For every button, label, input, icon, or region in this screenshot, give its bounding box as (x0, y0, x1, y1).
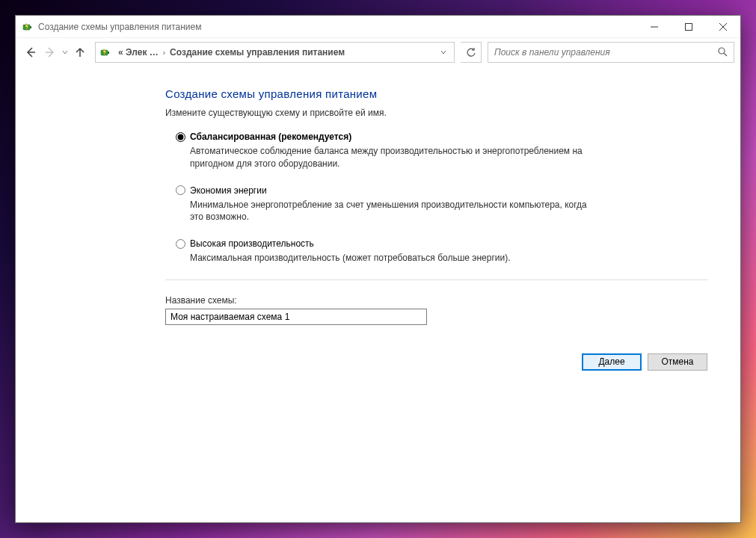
radio-perf[interactable] (176, 239, 185, 249)
nav-dropdown-icon[interactable] (62, 47, 68, 58)
scheme-name-input[interactable] (165, 309, 427, 325)
breadcrumb-power[interactable]: « Элек … (115, 47, 162, 58)
svg-line-12 (724, 53, 727, 56)
breadcrumb-current[interactable]: Создание схемы управления питанием (167, 47, 348, 58)
svg-point-11 (719, 48, 725, 54)
breadcrumb-icon (99, 46, 112, 59)
back-button[interactable] (22, 43, 40, 61)
maximize-button[interactable] (672, 16, 706, 38)
label-perf[interactable]: Высокая производительность (190, 238, 314, 249)
desc-balanced: Автоматическое соблюдение баланса между … (190, 145, 594, 170)
window-controls (637, 16, 740, 38)
svg-rect-3 (686, 23, 692, 30)
radio-saver[interactable] (176, 185, 185, 195)
label-balanced[interactable]: Сбалансированная (рекомендуется) (190, 132, 351, 142)
option-balanced: Сбалансированная (рекомендуется) Автомат… (165, 132, 718, 170)
refresh-button[interactable] (461, 42, 482, 63)
divider (165, 279, 707, 280)
power-plan-icon (22, 21, 34, 33)
label-saver[interactable]: Экономия энергии (190, 185, 267, 196)
search-box[interactable] (488, 42, 734, 63)
radio-balanced[interactable] (176, 132, 185, 142)
scheme-name-label: Название схемы: (165, 295, 718, 306)
address-bar[interactable]: « Элек … › Создание схемы управления пит… (95, 42, 455, 63)
address-dropdown-icon[interactable] (436, 49, 451, 57)
page-subtitle: Измените существующую схему и присвойте … (165, 108, 718, 118)
forward-button (41, 43, 59, 61)
next-button[interactable]: Далее (582, 353, 642, 371)
search-icon[interactable] (717, 46, 728, 59)
up-button[interactable] (71, 43, 89, 61)
desc-perf: Максимальная производительность (может п… (190, 252, 594, 265)
option-saver: Экономия энергии Минимальное энергопотре… (165, 185, 718, 224)
page-title: Создание схемы управления питанием (165, 87, 718, 100)
content-area: Создание схемы управления питанием Измен… (16, 67, 740, 522)
window-title: Создание схемы управления питанием (38, 22, 637, 32)
title-bar: Создание схемы управления питанием (16, 16, 740, 38)
desc-saver: Минимальное энергопотребление за счет ум… (190, 199, 594, 224)
chevron-right-icon: › (162, 49, 167, 57)
search-input[interactable] (494, 47, 717, 58)
button-row: Далее Отмена (165, 353, 718, 371)
window: Создание схемы управления питанием (15, 15, 741, 523)
close-button[interactable] (706, 16, 740, 38)
minimize-button[interactable] (637, 16, 672, 38)
navigation-bar: « Элек … › Создание схемы управления пит… (16, 38, 740, 67)
cancel-button[interactable]: Отмена (648, 353, 707, 371)
svg-rect-1 (30, 26, 31, 28)
option-perf: Высокая производительность Максимальная … (165, 238, 718, 265)
svg-rect-10 (108, 52, 109, 54)
